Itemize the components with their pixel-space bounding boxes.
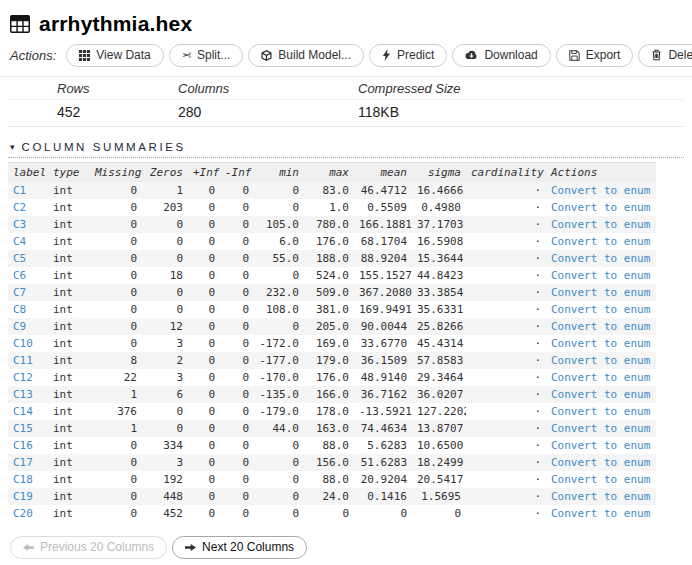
column-label-link[interactable]: C17	[13, 456, 33, 469]
column-label-link[interactable]: C14	[13, 405, 33, 418]
table-row: C15int100044.0163.074.463413.8707·Conver…	[8, 420, 656, 437]
numeric-cell: 0	[188, 233, 220, 250]
convert-to-enum-link[interactable]: Convert to enum	[551, 439, 650, 452]
column-label-link[interactable]: C16	[13, 439, 33, 452]
convert-to-enum-link[interactable]: Convert to enum	[551, 354, 650, 367]
column-header-inf: -Inf	[220, 163, 254, 183]
type-cell: int	[48, 182, 90, 199]
convert-to-enum-link[interactable]: Convert to enum	[551, 320, 650, 333]
grid-icon	[79, 50, 90, 61]
numeric-cell: 108.0	[254, 301, 304, 318]
convert-to-enum-link[interactable]: Convert to enum	[551, 422, 650, 435]
split-button[interactable]: ✂ Split...	[169, 44, 244, 67]
label-cell: C1	[8, 182, 48, 199]
export-button[interactable]: Export	[556, 44, 634, 67]
convert-to-enum-link[interactable]: Convert to enum	[551, 303, 650, 316]
previous-20-columns-button[interactable]: Previous 20 Columns	[10, 536, 167, 559]
convert-to-enum-link[interactable]: Convert to enum	[551, 388, 650, 401]
convert-to-enum-link[interactable]: Convert to enum	[551, 337, 650, 350]
actions-toolbar: Actions: View Data ✂ Split... Build Mode…	[10, 44, 684, 67]
numeric-cell: 524.0	[304, 267, 354, 284]
convert-to-enum-link[interactable]: Convert to enum	[551, 269, 650, 282]
column-summaries-section-header[interactable]: ▾ COLUMN SUMMARIES	[8, 141, 684, 158]
actions-cell: Convert to enum	[546, 182, 656, 199]
actions-cell: Convert to enum	[546, 403, 656, 420]
pager: Previous 20 Columns Next 20 Columns	[10, 536, 684, 559]
numeric-cell: 367.2080	[354, 284, 412, 301]
column-label-link[interactable]: C13	[13, 388, 33, 401]
column-label-link[interactable]: C3	[13, 218, 26, 231]
label-cell: C4	[8, 233, 48, 250]
convert-to-enum-link[interactable]: Convert to enum	[551, 490, 650, 503]
column-label-link[interactable]: C8	[13, 303, 26, 316]
numeric-cell: -172.0	[254, 335, 304, 352]
convert-to-enum-link[interactable]: Convert to enum	[551, 184, 650, 197]
build-model-button[interactable]: Build Model...	[248, 44, 364, 67]
actions-cell: Convert to enum	[546, 471, 656, 488]
download-button[interactable]: Download	[452, 44, 550, 67]
columns-header: Columns	[178, 77, 358, 99]
table-row: C18int019200088.020.920420.5417·Convert …	[8, 471, 656, 488]
column-label-link[interactable]: C2	[13, 201, 26, 214]
convert-to-enum-link[interactable]: Convert to enum	[551, 235, 650, 248]
numeric-cell: 74.4634	[354, 420, 412, 437]
label-cell: C14	[8, 403, 48, 420]
numeric-cell: 0	[220, 369, 254, 386]
column-header-label: label	[8, 163, 48, 183]
convert-to-enum-link[interactable]: Convert to enum	[551, 456, 650, 469]
compressed-size-header: Compressed Size	[358, 77, 684, 99]
column-label-link[interactable]: C9	[13, 320, 26, 333]
numeric-cell: 33.3854	[412, 284, 466, 301]
actions-cell: Convert to enum	[546, 505, 656, 522]
next-20-columns-button[interactable]: Next 20 Columns	[172, 536, 307, 559]
column-label-link[interactable]: C11	[13, 354, 33, 367]
actions-cell: Convert to enum	[546, 420, 656, 437]
column-label-link[interactable]: C5	[13, 252, 26, 265]
numeric-cell: 176.0	[304, 233, 354, 250]
cardinality-cell: ·	[466, 335, 546, 352]
actions-cell: Convert to enum	[546, 267, 656, 284]
convert-to-enum-link[interactable]: Convert to enum	[551, 405, 650, 418]
convert-to-enum-link[interactable]: Convert to enum	[551, 252, 650, 265]
numeric-cell: 0	[254, 488, 304, 505]
label-cell: C15	[8, 420, 48, 437]
numeric-cell: 12	[142, 318, 188, 335]
column-label-link[interactable]: C7	[13, 286, 26, 299]
numeric-cell: 334	[142, 437, 188, 454]
actions-cell: Convert to enum	[546, 301, 656, 318]
convert-to-enum-link[interactable]: Convert to enum	[551, 218, 650, 231]
type-cell: int	[48, 216, 90, 233]
predict-button[interactable]: Predict	[369, 44, 447, 67]
column-label-link[interactable]: C19	[13, 490, 33, 503]
column-label-link[interactable]: C12	[13, 371, 33, 384]
column-label-link[interactable]: C1	[13, 184, 26, 197]
column-header-inf: +Inf	[188, 163, 220, 183]
numeric-cell: 156.0	[304, 454, 354, 471]
convert-to-enum-link[interactable]: Convert to enum	[551, 201, 650, 214]
numeric-cell: 16.5908	[412, 233, 466, 250]
save-icon	[569, 50, 580, 61]
view-data-button[interactable]: View Data	[66, 44, 163, 67]
label-cell: C18	[8, 471, 48, 488]
delete-button[interactable]: Delete	[638, 44, 692, 67]
convert-to-enum-link[interactable]: Convert to enum	[551, 507, 650, 520]
numeric-cell: 1	[142, 182, 188, 199]
numeric-cell: 448	[142, 488, 188, 505]
convert-to-enum-link[interactable]: Convert to enum	[551, 286, 650, 299]
numeric-cell: 36.7162	[354, 386, 412, 403]
column-label-link[interactable]: C6	[13, 269, 26, 282]
numeric-cell: 163.0	[304, 420, 354, 437]
column-label-link[interactable]: C4	[13, 235, 26, 248]
convert-to-enum-link[interactable]: Convert to enum	[551, 371, 650, 384]
cardinality-cell: ·	[466, 386, 546, 403]
table-row: C2int02030001.00.55090.4980·Convert to e…	[8, 199, 656, 216]
column-label-link[interactable]: C20	[13, 507, 33, 520]
convert-to-enum-link[interactable]: Convert to enum	[551, 473, 650, 486]
column-label-link[interactable]: C10	[13, 337, 33, 350]
numeric-cell: 0	[220, 267, 254, 284]
type-cell: int	[48, 318, 90, 335]
cardinality-cell: ·	[466, 233, 546, 250]
column-label-link[interactable]: C18	[13, 473, 33, 486]
column-label-link[interactable]: C15	[13, 422, 33, 435]
numeric-cell: 0	[220, 505, 254, 522]
